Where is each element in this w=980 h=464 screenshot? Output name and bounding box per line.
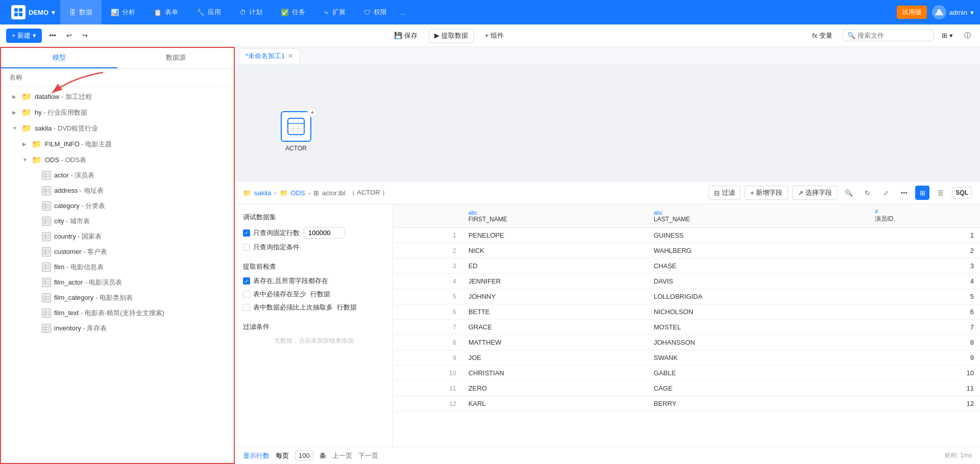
table-row[interactable]: 6BETTENICHOLSON6 [393,304,980,320]
tree-item-customer[interactable]: customer - 客户表 [1,244,234,260]
tree-item-sakila[interactable]: ▼📁sakila - DVD租赁行业 [1,120,234,136]
breadcrumb: 📁 sakila › 📁 ODS › ⊞ actor.tbl （ ACTOR ）… [235,182,980,204]
th-actor-id[interactable]: # 演员ID [869,204,980,228]
table-row[interactable]: 1PENELOPEGUINESS1 [393,228,980,243]
more-icon-btn[interactable]: ••• [897,186,911,200]
undo-button[interactable]: ↩ [63,30,75,41]
actor-node[interactable]: + ACTOR [281,111,311,152]
tree-item-address[interactable]: address - 地址表 [1,183,234,198]
precheck1-checkbox[interactable] [243,277,250,285]
more-options-button[interactable]: ••• [46,30,59,41]
table-row[interactable]: 12KARLBERRY12 [393,396,980,411]
table-row[interactable]: 10CHRISTIANGABLE10 [393,366,980,381]
folder-icon: 📁 [21,123,32,133]
nav-tab-data[interactable]: 🗄 数据 [60,0,102,24]
table-row[interactable]: 9JOESWANK9 [393,350,980,366]
nav-tab-plan[interactable]: ⏱ 计划 [230,0,272,24]
canvas-area[interactable]: + ACTOR [235,65,980,181]
per-page-unit: 条 [320,451,326,460]
actor-add-button[interactable]: + [307,107,317,117]
expand-icon-btn[interactable]: ⤢ [878,186,893,200]
tree-item-category[interactable]: category - 分类表 [1,198,234,214]
app-dropdown-icon[interactable]: ▾ [52,9,55,16]
tree-item-film_category[interactable]: film_category - 电影类别表 [1,290,234,305]
next-page[interactable]: 下一页 [358,451,378,460]
tree-item-hy[interactable]: ▶📁hy - 行业应用数据 [1,105,234,120]
app-logo[interactable]: DEMO ▾ [6,5,60,19]
th-first-name[interactable]: abc FIRST_NAME [462,204,648,228]
tree-item-dataflow[interactable]: ▶📁dataflow - 加工过程 [1,89,234,105]
nav-tab-analysis[interactable]: 📊 分析 [102,0,144,24]
table-row[interactable]: 5JOHNNYLOLLOBRIGIDA5 [393,289,980,304]
prev-page[interactable]: 上一页 [332,451,352,460]
variable-button[interactable]: fx 变量 [807,29,838,42]
precheck2-checkbox[interactable] [243,291,250,298]
precheck3-row: 表中数据必须比上次抽取多 行数据 [243,303,384,312]
canvas-tab-close-icon[interactable]: ✕ [288,53,293,60]
table-row[interactable]: 8MATTHEWJOHANSSON8 [393,335,980,350]
admin-area[interactable]: admin ▾ [932,5,974,19]
tree-item-inventory[interactable]: inventory - 库存表 [1,321,234,336]
precheck3-wrapper[interactable]: 表中数据必须比上次抽取多 [243,303,333,312]
table-row[interactable]: 2NICKWAHLBERG2 [393,243,980,259]
nav-tab-app[interactable]: 🔧 应用 [187,0,230,24]
table-row[interactable]: 7GRACEMOSTEL7 [393,320,980,335]
save-button[interactable]: 💾 保存 [389,29,423,42]
tree-item-city[interactable]: city - 城市表 [1,214,234,229]
nav-tab-auth[interactable]: 🛡 权限 [355,0,396,24]
list-view-btn[interactable]: ☰ [934,186,948,200]
info-button[interactable]: ⓘ [961,29,974,42]
tab-model[interactable]: 模型 [1,48,117,68]
precheck1-wrapper[interactable]: 表存在,且所需字段都存在 [243,276,328,286]
tree-arrow-icon: ▶ [12,94,18,99]
tree-item-actor[interactable]: actor - 演员表 [1,168,234,183]
table-icon [42,293,51,302]
cell-last-name: MOSTEL [648,320,869,335]
breadcrumb-sakila[interactable]: sakila [254,189,271,197]
sql-btn[interactable]: SQL [952,187,972,199]
tree-item-country[interactable]: country - 国家表 [1,229,234,244]
cell-first-name: JOHNNY [462,289,648,304]
show-rows-link[interactable]: 显示行数 [243,451,270,460]
add-field-button[interactable]: + 新增字段 [745,186,789,200]
canvas-tab-untitled[interactable]: *未命名加工1 ✕ [239,48,300,64]
trial-button[interactable]: 试用版 [897,6,927,19]
tree-item-FILM_INFO[interactable]: ▶📁FILM_INFO - 电影主题 [1,136,234,152]
grid-view-btn[interactable]: ⊞ [915,186,929,200]
nav-tab-extend[interactable]: ⤷ 扩展 [314,0,355,24]
nav-tab-task[interactable]: ✅ 任务 [272,0,314,24]
check2-wrapper[interactable]: 只查询指定条件 [243,243,300,252]
tree-item-film_actor[interactable]: film_actor - 电影演员表 [1,275,234,290]
check1-wrapper[interactable]: 只查询固定行数 [243,228,300,238]
search-icon-btn[interactable]: 🔍 [842,186,856,200]
tree-label-film: film - 电影信息表 [54,263,104,272]
check2-checkbox[interactable] [243,244,250,251]
precheck3-checkbox[interactable] [243,304,250,311]
nav-tab-form[interactable]: 📋 表单 [144,0,187,24]
th-last-name[interactable]: abc LAST_NAME [648,204,869,228]
filter-button[interactable]: ⊟ 过滤 [708,186,741,200]
tree-item-film_text[interactable]: film_text - 电影表-精简(支持全文搜索) [1,305,234,321]
tree-item-ODS[interactable]: ▼📁ODS - ODS表 [1,152,234,168]
check1-value-input[interactable] [304,227,345,239]
table-row[interactable]: 11ZEROCAGE11 [393,381,980,396]
search-box[interactable]: 🔍 [843,30,934,41]
precheck2-wrapper[interactable]: 表中必须存在至少 [243,290,306,299]
actor-box[interactable]: + [281,111,311,142]
extract-button[interactable]: ▶ 提取数据 [429,29,474,43]
table-row[interactable]: 4JENNIFERDAVIS4 [393,274,980,289]
breadcrumb-ods[interactable]: ODS [291,189,305,197]
check1-checkbox[interactable] [243,229,250,237]
group-button[interactable]: + 组件 [480,29,509,42]
redo-button[interactable]: ↪ [79,30,91,41]
search-input[interactable] [857,32,929,39]
new-button[interactable]: + 新建 ▾ [6,29,42,43]
per-page-value[interactable]: 100 [295,450,313,461]
refresh-icon-btn[interactable]: ↻ [860,186,874,200]
table-row[interactable]: 3EDCHASE3 [393,259,980,274]
nav-more-button[interactable]: ... [396,0,410,24]
tab-datasource[interactable]: 数据源 [117,48,234,68]
layout-button[interactable]: ⊞ ▾ [939,30,956,41]
select-field-button[interactable]: ↗ 选择字段 [792,186,838,200]
tree-item-film[interactable]: film - 电影信息表 [1,260,234,275]
